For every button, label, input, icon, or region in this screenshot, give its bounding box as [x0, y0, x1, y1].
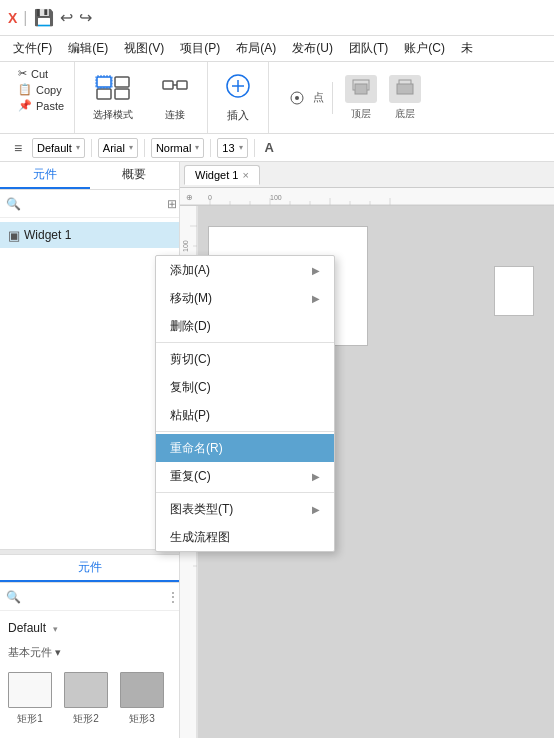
top-layer-button[interactable]: 顶层 — [345, 75, 377, 121]
svg-rect-1 — [115, 77, 129, 87]
canvas-tab-widget1[interactable]: Widget 1 × — [184, 165, 260, 185]
menu-more[interactable]: 未 — [454, 38, 480, 59]
search-input[interactable] — [25, 198, 163, 210]
shape-rect3-label: 矩形3 — [129, 712, 155, 726]
ctx-paste[interactable]: 粘贴(P) — [156, 401, 334, 429]
weight-value: Normal — [156, 142, 191, 154]
menu-view[interactable]: 视图(V) — [117, 38, 171, 59]
ribbon-tools-group: 选择模式 连接 — [75, 62, 208, 133]
ctx-delete[interactable]: 删除(D) — [156, 312, 334, 340]
menu-file[interactable]: 文件(F) — [6, 38, 59, 59]
connect-icon — [161, 73, 189, 106]
size-arrow: ▾ — [239, 143, 243, 152]
ctx-add[interactable]: 添加(A) ▶ — [156, 256, 334, 284]
svg-text:⊕: ⊕ — [186, 193, 193, 202]
title-bar: X | 💾 ↩ ↪ — [0, 0, 554, 36]
paste-icon: 📌 — [18, 99, 32, 112]
ctx-sep3 — [156, 492, 334, 493]
bottom-layer-label: 底层 — [395, 107, 415, 121]
shape-rect3[interactable]: 矩形3 — [120, 672, 164, 726]
svg-text:100: 100 — [270, 194, 282, 201]
format-div2 — [144, 139, 145, 157]
ctx-move-arrow: ▶ — [312, 293, 320, 304]
shape-rect2[interactable]: 矩形2 — [64, 672, 108, 726]
panel-search-row2: 🔍 ⋮ — [0, 583, 179, 611]
ctx-delete-label: 删除(D) — [170, 318, 211, 335]
format-div3 — [210, 139, 211, 157]
top-layer-icon — [345, 75, 377, 103]
ctx-add-arrow: ▶ — [312, 265, 320, 276]
menu-layout[interactable]: 布局(A) — [229, 38, 283, 59]
paste-label: Paste — [36, 100, 64, 112]
canvas-ruler-top: ⊕ 0 100 — [180, 188, 554, 206]
search-input2[interactable] — [25, 591, 163, 603]
font-select[interactable]: Arial ▾ — [98, 138, 138, 158]
connect-button[interactable]: 连接 — [155, 70, 195, 125]
point-icon — [285, 86, 309, 110]
insert-label: 插入 — [227, 108, 249, 123]
canvas-tab-close[interactable]: × — [242, 169, 248, 181]
tab-components[interactable]: 元件 — [0, 162, 90, 189]
shape-rect1-label: 矩形1 — [17, 712, 43, 726]
panel-search-row: 🔍 ⊞ 📁 — [0, 190, 179, 218]
undo-icon[interactable]: ↩ — [60, 8, 73, 27]
paste-button[interactable]: 📌 Paste — [16, 98, 66, 113]
format-div1 — [91, 139, 92, 157]
bold-button[interactable]: A — [261, 140, 278, 155]
ctx-chart-type[interactable]: 图表类型(T) ▶ — [156, 495, 334, 523]
tab-components-bottom[interactable]: 元件 — [0, 555, 179, 582]
save-icon[interactable]: 💾 — [34, 8, 54, 27]
ctx-move[interactable]: 移动(M) ▶ — [156, 284, 334, 312]
bottom-layer-button[interactable]: 底层 — [389, 75, 421, 121]
select-mode-button[interactable]: 选择模式 — [87, 70, 139, 125]
menu-edit[interactable]: 编辑(E) — [61, 38, 115, 59]
copy-icon: 📋 — [18, 83, 32, 96]
menu-account[interactable]: 账户(C) — [397, 38, 452, 59]
basic-label: 基本元件 ▾ — [8, 645, 61, 660]
shape-rect2-label: 矩形2 — [73, 712, 99, 726]
ctx-generate-flow[interactable]: 生成流程图 — [156, 523, 334, 551]
insert-button[interactable]: 插入 — [208, 62, 269, 133]
svg-rect-17 — [180, 188, 554, 206]
menu-publish[interactable]: 发布(U) — [285, 38, 340, 59]
search-icon: 🔍 — [6, 197, 21, 211]
ribbon: ✂ Cut 📋 Copy 📌 Paste — [0, 62, 554, 134]
ctx-sep2 — [156, 431, 334, 432]
select-mode-icon — [95, 73, 131, 106]
menu-bar: 文件(F) 编辑(E) 视图(V) 项目(P) 布局(A) 发布(U) 团队(T… — [0, 36, 554, 62]
more-icon[interactable]: ⋮ — [167, 590, 179, 604]
style-select[interactable]: Default ▾ — [32, 138, 85, 158]
font-arrow: ▾ — [129, 143, 133, 152]
format-list-icon: ≡ — [8, 140, 28, 156]
shape-rect1[interactable]: 矩形1 — [8, 672, 52, 726]
ctx-copy[interactable]: 复制(C) — [156, 373, 334, 401]
app-icon: X — [8, 10, 17, 26]
menu-team[interactable]: 团队(T) — [342, 38, 395, 59]
menu-project[interactable]: 项目(P) — [173, 38, 227, 59]
widget1-tree-item[interactable]: ▣ Widget 1 — [0, 222, 179, 248]
ctx-duplicate[interactable]: 重复(C) ▶ — [156, 462, 334, 490]
ribbon-clipboard-items: ✂ Cut 📋 Copy 📌 Paste — [16, 66, 66, 129]
svg-rect-0 — [97, 77, 111, 87]
size-value: 13 — [222, 142, 234, 154]
tab-outline[interactable]: 概要 — [90, 162, 180, 189]
font-value: Arial — [103, 142, 125, 154]
copy-button[interactable]: 📋 Copy — [16, 82, 66, 97]
svg-rect-6 — [177, 81, 187, 89]
shape-rect2-preview — [64, 672, 108, 708]
ctx-sep1 — [156, 342, 334, 343]
redo-icon[interactable]: ↪ — [79, 8, 92, 27]
basic-category: 基本元件 ▾ — [8, 645, 171, 660]
canvas-tab-label: Widget 1 — [195, 169, 238, 181]
left-panel: 元件 概要 🔍 ⊞ 📁 ▣ Widget 1 元件 🔍 — [0, 162, 180, 738]
ctx-rename[interactable]: 重命名(R) — [156, 434, 334, 462]
cut-button[interactable]: ✂ Cut — [16, 66, 66, 81]
top-layer-label: 顶层 — [351, 107, 371, 121]
context-menu: 添加(A) ▶ 移动(M) ▶ 删除(D) 剪切(C) 复制(C) 粘贴(P) … — [155, 255, 335, 552]
canvas-element — [494, 266, 534, 316]
add-folder-icon[interactable]: ⊞ — [167, 197, 177, 211]
ctx-add-label: 添加(A) — [170, 262, 210, 279]
size-select[interactable]: 13 ▾ — [217, 138, 247, 158]
weight-select[interactable]: Normal ▾ — [151, 138, 204, 158]
ctx-cut[interactable]: 剪切(C) — [156, 345, 334, 373]
